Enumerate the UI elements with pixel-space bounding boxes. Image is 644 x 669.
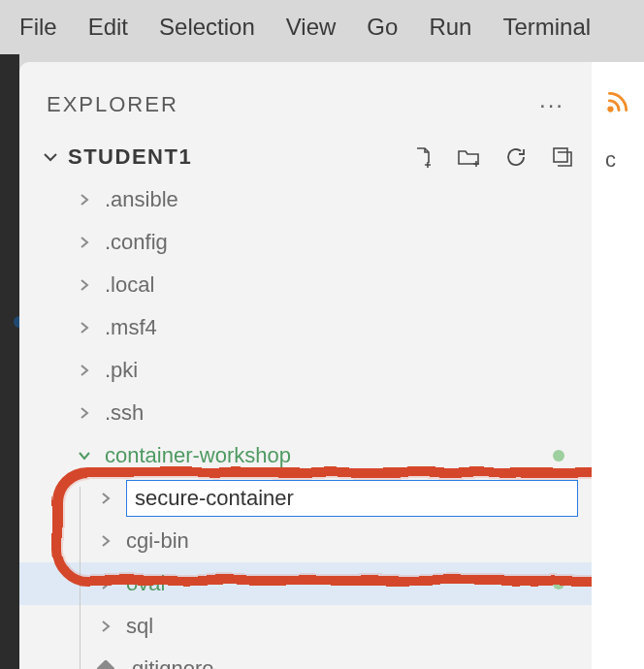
menu-file[interactable]: File <box>4 14 73 41</box>
modified-dot-icon <box>553 578 564 589</box>
svg-rect-1 <box>97 660 114 669</box>
chevron-right-icon <box>74 235 95 250</box>
refresh-button[interactable] <box>502 143 530 171</box>
tree-folder[interactable]: .config <box>19 221 592 264</box>
svg-point-2 <box>609 108 612 111</box>
editor-area: c <box>592 62 644 669</box>
explorer-title: EXPLORER <box>47 92 178 117</box>
tree-folder[interactable]: .ansible <box>19 178 592 221</box>
tree-label: cgi-bin <box>126 528 189 554</box>
tree-label: oval <box>126 571 165 596</box>
menu-go[interactable]: Go <box>351 14 413 41</box>
tree-label: .local <box>105 272 154 298</box>
tree-label: .ssh <box>105 400 144 426</box>
svg-rect-0 <box>554 148 567 162</box>
menu-selection[interactable]: Selection <box>144 14 271 41</box>
chevron-down-icon <box>74 448 95 463</box>
tree-label: .pki <box>105 358 138 383</box>
collapse-all-button[interactable] <box>549 143 576 171</box>
tree-folder-expanded[interactable]: container-workshop <box>19 434 592 477</box>
tree-label: .gitignore <box>126 656 214 669</box>
gitignore-file-icon <box>95 660 116 669</box>
explorer-sidebar: EXPLORER ··· STUDENT1 <box>19 62 592 669</box>
chevron-right-icon <box>74 320 95 335</box>
tree-folder-selected[interactable]: oval <box>19 562 592 605</box>
menu-run[interactable]: Run <box>413 14 487 41</box>
chevron-right-icon <box>74 277 95 293</box>
tree-folder[interactable]: cgi-bin <box>19 520 592 562</box>
new-file-button[interactable] <box>409 143 436 171</box>
tree-folder[interactable]: .msf4 <box>19 306 592 349</box>
tree-label: sql <box>126 614 153 639</box>
explorer-section-header[interactable]: STUDENT1 <box>19 128 592 178</box>
breadcrumb-letter: c <box>605 147 616 173</box>
tree-folder[interactable]: .local <box>19 264 592 306</box>
menu-view[interactable]: View <box>271 14 352 41</box>
modified-dot-icon <box>553 450 564 462</box>
activity-bar[interactable] <box>0 54 19 669</box>
tree-label: container-workshop <box>105 443 291 468</box>
tree-label: .msf4 <box>105 315 157 340</box>
new-folder-button[interactable] <box>456 143 483 171</box>
chevron-right-icon <box>74 363 95 378</box>
chevron-right-icon <box>95 491 116 506</box>
chevron-down-icon <box>41 147 60 167</box>
menu-edit[interactable]: Edit <box>73 14 144 41</box>
tree-label: .config <box>105 230 168 255</box>
tree-new-folder-row <box>19 477 592 520</box>
file-tree: .ansible .config .local .msf4 .pki .ssh <box>19 178 592 669</box>
chevron-right-icon <box>95 619 116 634</box>
explorer-section-name: STUDENT1 <box>68 144 192 170</box>
chevron-right-icon <box>74 405 95 421</box>
tree-label: .ansible <box>105 187 178 212</box>
tree-indent-guide <box>80 487 80 669</box>
menu-terminal[interactable]: Terminal <box>487 14 606 41</box>
tree-file[interactable]: .gitignore <box>19 648 592 669</box>
chevron-right-icon <box>95 576 116 591</box>
chevron-right-icon <box>95 533 116 549</box>
tree-folder[interactable]: .ssh <box>19 392 592 434</box>
menubar: File Edit Selection View Go Run Terminal <box>0 0 644 54</box>
explorer-more-button[interactable]: ··· <box>539 91 564 118</box>
rss-icon[interactable] <box>605 89 630 118</box>
tree-folder[interactable]: sql <box>19 605 592 648</box>
chevron-right-icon <box>74 192 95 207</box>
new-folder-name-input[interactable] <box>126 480 578 517</box>
tree-folder[interactable]: .pki <box>19 349 592 392</box>
